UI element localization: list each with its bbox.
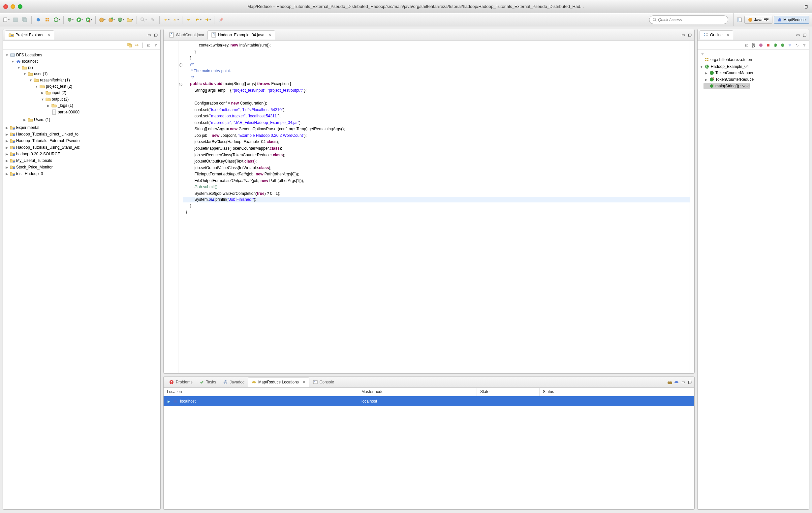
fold-strip[interactable]: − − <box>178 40 183 373</box>
col-state[interactable]: State <box>477 388 540 396</box>
filter-icon[interactable] <box>787 42 792 48</box>
new-package-button[interactable]: ▾ <box>108 16 115 23</box>
col-master[interactable]: Master node <box>358 388 477 396</box>
close-icon[interactable] <box>3 4 8 9</box>
svg-text:s: s <box>713 77 714 80</box>
toggle-button-icon[interactable]: ▢ <box>804 4 809 9</box>
new-class-button[interactable]: ▾ <box>117 16 124 23</box>
svg-rect-25 <box>737 18 739 22</box>
line-gutter[interactable] <box>164 40 178 373</box>
search-button[interactable]: ▾ <box>140 16 147 23</box>
tab-problems[interactable]: Problems <box>166 378 196 386</box>
view-menu-icon[interactable]: ▿ <box>153 42 158 48</box>
close-icon[interactable]: ✕ <box>726 33 729 37</box>
svg-rect-58 <box>704 35 705 36</box>
hide-local-icon[interactable] <box>780 42 785 48</box>
new-button[interactable]: ▾ <box>3 16 10 23</box>
tab-javadoc[interactable]: @Javadoc <box>219 378 248 386</box>
focus-task-icon[interactable]: ◐ <box>146 42 151 48</box>
project-explorer-icon <box>8 32 14 38</box>
sort-icon[interactable]: az <box>751 42 756 48</box>
svg-text:s: s <box>713 70 714 73</box>
table-row[interactable]: ▶localhost localhost <box>164 396 694 406</box>
tasks-icon <box>199 380 204 385</box>
project-tree[interactable]: ▼DFS Locations ▼localhost ▼(2) ▼user (1)… <box>3 50 160 509</box>
svg-text:s: s <box>775 43 776 47</box>
svg-text:J: J <box>171 33 173 37</box>
hide-fields-icon[interactable] <box>758 42 763 48</box>
maximize-view-icon[interactable]: ▢ <box>687 380 692 385</box>
coverage-button[interactable]: ▾ <box>53 16 60 23</box>
save-button[interactable] <box>12 16 19 23</box>
view-menu-icon[interactable]: ▿ <box>802 42 807 48</box>
overview-ruler[interactable] <box>690 40 694 373</box>
maximize-view-icon[interactable]: ▢ <box>687 32 692 38</box>
close-icon[interactable]: ✕ <box>47 33 51 37</box>
console-icon <box>313 380 318 385</box>
minimize-view-icon[interactable]: ▭ <box>680 32 686 38</box>
tab-tasks[interactable]: Tasks <box>196 378 220 386</box>
hide-nonpublic-icon[interactable]: s <box>773 42 778 48</box>
minimize-view-icon[interactable]: ▭ <box>680 380 686 385</box>
back-button[interactable]: ▾ <box>195 16 202 23</box>
open-perspective-button[interactable] <box>736 16 743 23</box>
col-location[interactable]: Location <box>164 388 358 396</box>
last-edit-button[interactable] <box>185 16 193 23</box>
minimize-view-icon[interactable]: ▭ <box>146 32 152 38</box>
breakpoint-button[interactable] <box>35 16 42 23</box>
svg-rect-59 <box>706 35 708 36</box>
project-icon <box>10 138 15 143</box>
pin-editor-button[interactable]: 📌 <box>218 16 225 23</box>
save-all-button[interactable] <box>21 16 28 23</box>
fold-toggle-icon[interactable]: − <box>179 63 182 67</box>
link-icon[interactable] <box>794 42 800 48</box>
window-controls <box>3 4 23 9</box>
outline-tab[interactable]: Outline ✕ <box>699 30 733 39</box>
perspective-java-ee[interactable]: Java EE <box>744 16 773 24</box>
svg-rect-56 <box>704 33 705 34</box>
forward-button[interactable]: ▾ <box>204 16 211 23</box>
next-annotation-button[interactable]: ▾ <box>172 16 179 23</box>
svg-rect-51 <box>171 383 172 384</box>
prev-annotation-button[interactable]: ▾ <box>163 16 170 23</box>
editor-tab-hadoop-example[interactable]: J Hadoop_Example_04.java ✕ <box>207 30 275 39</box>
fold-toggle-icon[interactable]: − <box>179 83 182 86</box>
focus-icon[interactable]: ◐ <box>744 42 749 48</box>
titlebar: Map/Reduce – Hadoop_Tutorials_External_P… <box>0 0 812 13</box>
quick-access-field[interactable]: Quick Access <box>649 16 728 24</box>
new-folder-button[interactable]: ▾ <box>126 16 134 23</box>
svg-text:J: J <box>213 33 215 37</box>
svg-line-12 <box>70 18 71 19</box>
tab-map-reduce-locations[interactable]: Map/Reduce Locations✕ <box>248 378 309 387</box>
editor-tab-wordcount[interactable]: J WordCount.java <box>166 31 207 39</box>
edit-location-icon[interactable] <box>674 380 679 385</box>
close-icon[interactable]: ✕ <box>302 380 306 385</box>
run-button[interactable]: ▾ <box>76 16 83 23</box>
minimize-view-icon[interactable]: ▭ <box>795 32 801 38</box>
new-location-icon[interactable] <box>667 380 672 385</box>
skip-breakpoints-button[interactable] <box>44 16 51 23</box>
project-explorer-tab[interactable]: Project Explorer ✕ <box>5 30 54 39</box>
svg-point-40 <box>13 147 15 149</box>
col-status[interactable]: Status <box>540 388 694 396</box>
outline-tree[interactable]: ▿ org.shiftehfar.reza.tutori ▼CHadoop_Ex… <box>698 50 809 509</box>
open-type-button[interactable]: ▾ <box>98 16 106 23</box>
svg-point-22 <box>653 18 656 21</box>
hide-static-icon[interactable] <box>765 42 771 48</box>
link-editor-icon[interactable] <box>134 42 140 48</box>
code-editor[interactable]: context.write(key, new IntWritable(sum))… <box>183 40 690 373</box>
maximize-view-icon[interactable]: ▢ <box>153 32 158 38</box>
collapse-all-icon[interactable] <box>127 42 132 48</box>
run-last-button[interactable]: ▾ <box>85 16 92 23</box>
close-icon[interactable]: ✕ <box>268 33 271 37</box>
main-toolbar: ▾ ▾ ▾ ▾ ▾ ▾ ▾ ▾ ▾ ▾ ✎ ▾ ▾ ▾ ▾ 📌 Quick Ac… <box>0 13 812 26</box>
debug-button[interactable]: ▾ <box>67 16 74 23</box>
perspective-map-reduce[interactable]: Map/Reduce <box>774 16 809 24</box>
maximize-view-icon[interactable]: ▢ <box>802 32 807 38</box>
tab-console[interactable]: Console <box>309 378 338 386</box>
toggle-mark-button[interactable]: ✎ <box>149 16 156 23</box>
class-icon: s <box>709 77 714 82</box>
svg-rect-57 <box>706 33 708 34</box>
minimize-icon[interactable] <box>10 4 15 9</box>
zoom-icon[interactable] <box>18 4 23 9</box>
